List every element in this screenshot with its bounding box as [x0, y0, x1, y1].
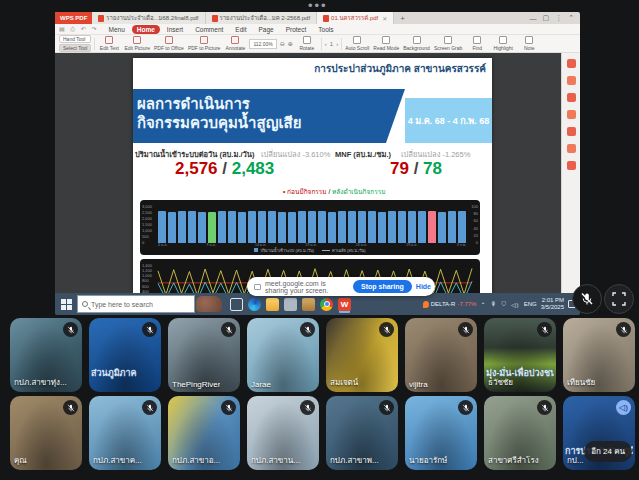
bar-14 ม.ค.	[258, 211, 266, 243]
menu-comment[interactable]: Comment	[190, 25, 228, 34]
bar-15 ม.ค.	[268, 211, 276, 243]
participant-name: กปภ.สาขาน...	[251, 454, 300, 467]
participant-tile[interactable]: Jarae	[247, 318, 319, 392]
participant-tile[interactable]: สมเจตน์	[326, 318, 398, 392]
thumbnail-panel-icon[interactable]	[567, 76, 576, 85]
mic-muted-icon	[63, 400, 78, 415]
zoom-in-icon[interactable]: ⊕	[288, 40, 293, 47]
prev-page-icon[interactable]: ‹	[325, 41, 327, 47]
participant-tile[interactable]: กปภ.สาขาพ...	[326, 396, 398, 470]
select-tool-button[interactable]: Select Tool	[59, 44, 91, 52]
participant-tile[interactable]: คุณ	[10, 396, 82, 470]
edge-taskbar-icon[interactable]	[248, 298, 261, 311]
intake-bar-chart: 3,0002,5002,0001,5001,0005000 1008060402…	[140, 200, 480, 255]
participant-tile[interactable]: กปภ.สาขาทุ่ง...	[10, 318, 82, 392]
participant-name: ThePingRiver	[172, 380, 220, 389]
page-number[interactable]: 1	[330, 41, 333, 47]
comment-panel-icon[interactable]	[567, 93, 576, 102]
tool-background[interactable]: Background	[403, 36, 430, 51]
tray-speaker-icon[interactable]: ◁)	[511, 301, 520, 308]
tool-edit-text[interactable]: Edit Text	[98, 36, 120, 51]
menu-insert[interactable]: Insert	[162, 25, 188, 34]
tool-annotate[interactable]: Annotate	[224, 36, 246, 51]
search-highlight-image[interactable]	[196, 296, 222, 312]
zoom-out-icon[interactable]: ⊖	[280, 40, 285, 47]
taskbar-search-input[interactable]: Type here to search	[77, 295, 195, 313]
menu-edit[interactable]: Edit	[230, 25, 251, 34]
mnf-label: MNF (ลบ.ม./ชม.)	[335, 148, 391, 160]
hide-share-bar-link[interactable]: Hide	[416, 283, 431, 290]
hand-tool-button[interactable]: Hand Tool	[59, 35, 91, 43]
zoom-level-select[interactable]: 112.00%	[249, 39, 276, 49]
edit-panel-icon[interactable]	[567, 144, 576, 153]
start-button[interactable]	[55, 293, 77, 315]
highlight-icon	[499, 36, 507, 44]
close-tab-icon[interactable]: ✕	[382, 15, 387, 22]
quick-save-print-icons[interactable]: ▤ ⎙ ↶ ↷	[59, 25, 99, 33]
participant-tile[interactable]: vijitra	[405, 318, 477, 392]
tool-read-mode[interactable]: Read Mode	[373, 36, 399, 51]
attachment-panel-icon[interactable]	[567, 110, 576, 119]
mnf-values: 79 / 78	[390, 159, 442, 179]
folder-amber-taskbar-icon[interactable]	[302, 298, 315, 311]
new-tab-button[interactable]: +	[394, 12, 411, 24]
document-tab-1[interactable]: รายงานประจำเดือ...ม68.2final8.pdf	[92, 12, 205, 24]
participant-tile[interactable]: กปภ.สาขาอ...	[168, 396, 240, 470]
document-tab-2[interactable]: รายงานประจำเดือ...มค 2-2568.pdf	[206, 12, 318, 24]
meet-mute-control[interactable]	[572, 284, 602, 314]
menu-page[interactable]: Page	[254, 25, 279, 34]
participant-tile[interactable]: สาขาศรีสำโรง	[484, 396, 556, 470]
app-gray-taskbar-icon[interactable]	[284, 298, 297, 311]
ytick-right: 80	[471, 211, 478, 216]
tool-pdf-to-picture[interactable]: PDF to Picture	[188, 36, 221, 51]
bar-16 ม.ค.	[278, 212, 286, 243]
tool-find[interactable]: Find	[466, 36, 488, 51]
stock-ticker-widget[interactable]: DELTA-R -7.77%	[423, 301, 477, 308]
meet-expand-control[interactable]	[604, 284, 634, 314]
next-page-icon[interactable]: ›	[336, 41, 338, 47]
participant-tile[interactable]: ThePingRiver	[168, 318, 240, 392]
tool-edit-picture[interactable]: Edit Picture	[124, 36, 150, 51]
wps-taskbar-icon[interactable]: W	[338, 298, 351, 311]
maximize-icon[interactable]: ▢	[543, 14, 550, 22]
tray-mic-icon[interactable]: 🎙	[490, 301, 497, 307]
pdf-to-office-icon	[165, 36, 173, 44]
chrome-taskbar-icon[interactable]	[320, 298, 333, 311]
participant-tile[interactable]: กปภ.สาขาน...	[247, 396, 319, 470]
edit-text-icon	[105, 36, 113, 44]
more-participants-pill[interactable]: อีก 24 คน	[584, 441, 632, 462]
menu-menu[interactable]: Menu	[104, 25, 130, 34]
bookmark-panel-icon[interactable]	[567, 59, 576, 68]
system-tray: DELTA-R -7.77% ⌃ 🎙 ⛉ ◁) ENG 2:01 PM 3/5/…	[423, 297, 580, 311]
participant-tile[interactable]: มุ่ง-มั่น-เพื่อปวงชนธวัชชัย	[484, 318, 556, 392]
search-panel-icon[interactable]	[567, 127, 576, 136]
tool-pdf-to-office[interactable]: PDF to Office	[154, 36, 184, 51]
more-icon[interactable]: ⋮	[555, 14, 562, 22]
tool-auto-scroll[interactable]: Auto Scroll	[345, 36, 369, 51]
tool-screen-grab[interactable]: Screen Grab	[434, 36, 462, 51]
tray-shield-icon[interactable]: ⛉	[501, 301, 507, 308]
task-view-taskbar-icon[interactable]	[230, 298, 243, 311]
bar-3 ก.พ.	[458, 211, 466, 243]
share-panel-icon[interactable]	[567, 161, 576, 170]
meet-stage: sayam konnakhon กำลังนำเสนอ ••• WPS PDF …	[0, 0, 639, 480]
participant-tile[interactable]: กปภ.สาขาค...	[89, 396, 161, 470]
minimize-icon[interactable]: —	[530, 15, 537, 22]
collapse-icon[interactable]: ⌃	[568, 14, 574, 22]
tool-note[interactable]: Note	[518, 36, 540, 51]
menu-tools[interactable]: Tools	[313, 25, 338, 34]
tool-highlight[interactable]: Highlight	[492, 36, 514, 51]
taskbar-clock[interactable]: 2:01 PM 3/5/2025	[541, 297, 564, 311]
participant-tile[interactable]: ส่วนภูมิภาค	[89, 318, 161, 392]
language-indicator[interactable]: ENG	[524, 301, 537, 307]
tray-chevron-icon[interactable]: ⌃	[480, 301, 486, 308]
rotate-button[interactable]: Rotate	[296, 36, 318, 51]
stop-sharing-button[interactable]: Stop sharing	[353, 280, 412, 293]
menu-home[interactable]: Home	[132, 25, 160, 34]
participant-tile[interactable]: เทียนชัย	[563, 318, 635, 392]
document-tab-3[interactable]: 01.นครสวรรค์.pdf✕	[317, 12, 394, 24]
participant-tile[interactable]: การประปาส่วนภูมิภาคกป...◁)อีก 24 คน	[563, 396, 635, 470]
menu-protect[interactable]: Protect	[281, 25, 312, 34]
participant-tile[interactable]: นายอารักษ์	[405, 396, 477, 470]
file-explorer-taskbar-icon[interactable]	[266, 298, 279, 311]
